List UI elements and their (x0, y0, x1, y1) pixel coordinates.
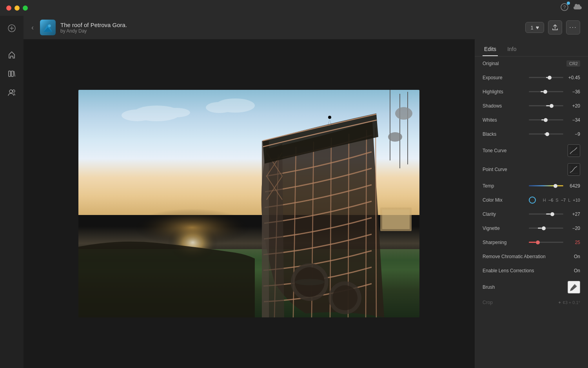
svg-point-35 (332, 285, 358, 310)
blacks-slider[interactable] (529, 133, 563, 135)
photo-panel-area: Edits Info Original CR2 Exposure (24, 39, 588, 368)
right-panel: Edits Info Original CR2 Exposure (474, 39, 588, 368)
photo-view (24, 39, 474, 368)
color-mix-circle[interactable] (529, 197, 536, 204)
help-icon[interactable]: ? (561, 3, 568, 13)
color-mix-h-letter: H (543, 198, 546, 202)
titlebar: ? (0, 0, 588, 16)
brush-row[interactable]: Brush (475, 278, 588, 297)
heart-icon: ♥ (536, 24, 539, 31)
svg-point-39 (122, 109, 153, 121)
svg-text:?: ? (563, 5, 566, 10)
content-area: ‹ The roof of Petrova Gora. by Andy Day … (24, 16, 588, 368)
highlights-slider[interactable] (529, 91, 563, 93)
sidebar-home-button[interactable] (4, 47, 20, 63)
temp-label: Temp (483, 183, 526, 189)
left-sidebar (0, 16, 24, 368)
vignette-label: Vignette (483, 226, 526, 231)
svg-rect-6 (11, 71, 13, 77)
remove-ca-row: Remove Chromatic Aberration On (475, 250, 588, 264)
photo-background (78, 90, 419, 317)
photo-info: The roof of Petrova Gora. by Andy Day (60, 22, 521, 34)
blacks-row[interactable]: Blacks −9 (475, 127, 588, 141)
whites-slider[interactable] (529, 119, 563, 121)
sidebar-add-button[interactable] (4, 20, 20, 36)
svg-rect-47 (569, 165, 579, 174)
svg-point-8 (9, 90, 13, 93)
share-button[interactable] (548, 20, 562, 35)
temp-row[interactable]: Temp 6429 (475, 179, 588, 193)
original-label: Original (483, 61, 526, 66)
lens-corrections-value: On (566, 268, 580, 273)
sharpening-row[interactable]: Sharpening 25 (475, 235, 588, 250)
photo-title: The roof of Petrova Gora. (60, 22, 521, 28)
sidebar-people-button[interactable] (4, 85, 20, 100)
clarity-row[interactable]: Clarity +27 (475, 207, 588, 221)
svg-rect-37 (382, 210, 410, 229)
svg-point-33 (295, 279, 325, 285)
whites-row[interactable]: Whites −34 (475, 113, 588, 127)
point-curve-thumbnail[interactable] (568, 163, 580, 176)
exposure-value: +0.45 (566, 75, 580, 80)
color-mix-row[interactable]: Color Mix H −6 S −7 L +10 (475, 193, 588, 207)
original-value: CR2 (566, 60, 580, 67)
svg-point-10 (48, 24, 51, 27)
whites-label: Whites (483, 117, 526, 123)
color-mix-values: H −6 S −7 L +10 (539, 198, 580, 202)
clarity-slider[interactable] (529, 213, 563, 215)
sidebar-library-button[interactable] (4, 66, 20, 82)
like-count: 1 (530, 25, 533, 31)
blacks-value: −9 (566, 131, 580, 137)
whites-value: −34 (566, 117, 580, 123)
temp-slider[interactable] (529, 185, 563, 187)
clarity-value: +27 (566, 211, 580, 217)
color-mix-h-val: −6 (548, 198, 554, 202)
tab-info[interactable]: Info (506, 43, 518, 56)
color-mix-s-letter: S (555, 198, 558, 202)
cloud-icon[interactable] (573, 4, 582, 12)
crop-row[interactable]: Crop ✦ ¢3 + 0.1° (475, 297, 588, 308)
svg-point-42 (206, 102, 233, 113)
sharpening-slider[interactable] (529, 242, 563, 243)
exposure-row[interactable]: Exposure +0.45 (475, 71, 588, 85)
lens-corrections-row: Enable Lens Corrections On (475, 264, 588, 278)
like-button[interactable]: 1 ♥ (525, 22, 544, 33)
crop-value: ✦ ¢3 + 0.1° (558, 300, 580, 305)
original-row: Original CR2 (475, 56, 588, 71)
remove-ca-label: Remove Chromatic Aberration (483, 254, 566, 259)
shadows-value: +20 (566, 103, 580, 109)
brush-thumbnail[interactable] (568, 281, 580, 293)
vignette-slider[interactable] (529, 228, 563, 229)
color-mix-label: Color Mix (483, 197, 526, 203)
shadows-row[interactable]: Shadows +20 (475, 99, 588, 113)
color-mix-s-val: −7 (561, 198, 566, 202)
sharpening-value: 25 (566, 240, 580, 245)
tone-curve-row[interactable]: Tone Curve (475, 141, 588, 160)
exposure-slider[interactable] (529, 77, 563, 78)
close-button[interactable] (6, 5, 11, 11)
tab-edits[interactable]: Edits (483, 43, 498, 56)
remove-ca-value: On (566, 254, 580, 259)
titlebar-icons: ? (561, 3, 582, 13)
svg-line-7 (14, 71, 15, 77)
back-button[interactable]: ‹ (31, 24, 34, 32)
tone-curve-thumbnail[interactable] (568, 144, 580, 157)
blacks-label: Blacks (483, 131, 526, 137)
panel-tabs: Edits Info (475, 39, 588, 56)
highlights-label: Highlights (483, 89, 526, 95)
brush-label: Brush (483, 284, 526, 290)
point-curve-row[interactable]: Point Curve (475, 160, 588, 179)
minimize-button[interactable] (15, 5, 20, 11)
exposure-label: Exposure (483, 75, 526, 80)
color-mix-l-val: +10 (573, 198, 580, 202)
crop-label: Crop (483, 300, 493, 305)
highlights-value: −36 (566, 89, 580, 95)
vignette-row[interactable]: Vignette −20 (475, 221, 588, 235)
temp-value: 6429 (566, 183, 580, 189)
shadows-slider[interactable] (529, 105, 563, 107)
maximize-button[interactable] (23, 5, 28, 11)
svg-rect-20 (262, 141, 269, 317)
highlights-row[interactable]: Highlights −36 (475, 85, 588, 99)
clarity-label: Clarity (483, 211, 526, 217)
more-button[interactable]: ··· (566, 20, 580, 35)
